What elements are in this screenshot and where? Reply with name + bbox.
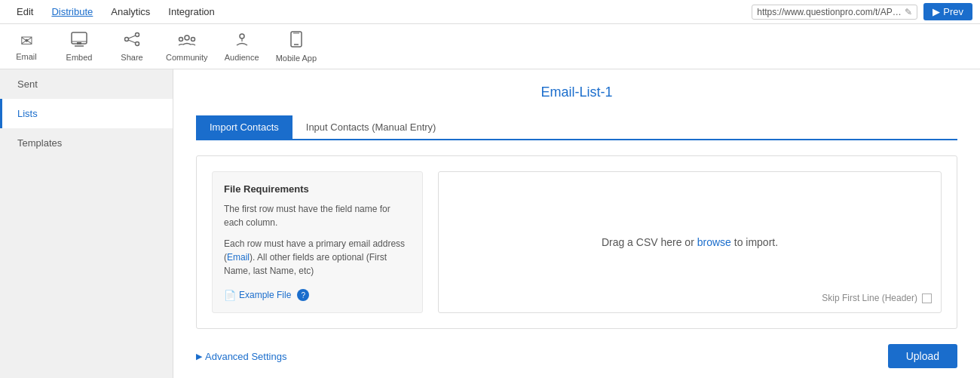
- toolbar: ✉ Email Embed Share: [0, 24, 980, 69]
- toolbar-audience[interactable]: Audience: [223, 32, 261, 62]
- toolbar-share[interactable]: Share: [113, 32, 151, 62]
- community-icon: [177, 32, 197, 51]
- svg-line-8: [128, 40, 136, 43]
- svg-line-7: [128, 35, 136, 38]
- toolbar-community[interactable]: Community: [166, 32, 208, 62]
- import-section: File Requirements The first row must hav…: [196, 155, 957, 329]
- example-file-link[interactable]: 📄 Example File: [224, 290, 291, 301]
- audience-icon: [234, 32, 250, 51]
- top-nav-right: https://www.questionpro.com/t/APEvHz ✎ ▶…: [752, 3, 972, 20]
- sidebar-item-sent[interactable]: Sent: [0, 69, 173, 99]
- embed-icon: [71, 32, 87, 51]
- toolbar-email[interactable]: ✉ Email: [8, 32, 45, 61]
- toolbar-mobile-app[interactable]: Mobile App: [276, 31, 317, 63]
- main-content: Email-List-1 Import Contacts Input Conta…: [173, 69, 980, 378]
- preview-button[interactable]: ▶ Prev: [923, 3, 972, 20]
- nav-edit[interactable]: Edit: [8, 0, 42, 24]
- svg-point-4: [136, 32, 139, 36]
- preview-play-icon: ▶: [933, 6, 940, 17]
- skip-first-line-row: Skip First Line (Header): [822, 293, 932, 303]
- file-requirements-panel: File Requirements The first row must hav…: [212, 171, 423, 313]
- file-req-line1: The first row must have the field name f…: [224, 202, 411, 229]
- sidebar-item-lists[interactable]: Lists: [0, 99, 173, 128]
- sidebar: Sent Lists Templates: [0, 69, 173, 378]
- example-file-row: 📄 Example File ?: [224, 289, 411, 301]
- svg-point-9: [185, 35, 189, 40]
- svg-point-12: [240, 34, 244, 38]
- tab-import-contacts[interactable]: Import Contacts: [196, 115, 292, 139]
- svg-point-10: [179, 37, 182, 41]
- svg-point-5: [125, 37, 129, 41]
- page-title: Email-List-1: [196, 85, 957, 100]
- url-bar: https://www.questionpro.com/t/APEvHz ✎: [752, 5, 917, 20]
- svg-rect-2: [77, 42, 81, 45]
- mobile-app-icon: [290, 31, 302, 51]
- url-text: https://www.questionpro.com/t/APEvHz: [757, 7, 902, 17]
- footer-row: ▶ Advanced Settings Upload: [196, 344, 957, 368]
- file-icon: 📄: [224, 290, 236, 301]
- browse-link[interactable]: browse: [697, 236, 731, 248]
- advanced-settings-toggle[interactable]: ▶ Advanced Settings: [196, 351, 286, 362]
- skip-first-line-checkbox[interactable]: [922, 293, 932, 303]
- help-icon[interactable]: ?: [297, 289, 309, 301]
- file-req-title: File Requirements: [224, 183, 411, 195]
- toolbar-embed[interactable]: Embed: [60, 32, 98, 62]
- svg-point-11: [191, 37, 194, 41]
- chevron-right-icon: ▶: [196, 352, 202, 361]
- email-icon: ✉: [20, 32, 33, 50]
- file-req-line2: Each row must have a primary email addre…: [224, 237, 411, 278]
- top-navigation: Edit Distribute Analytics Integration ht…: [0, 0, 980, 24]
- nav-distribute[interactable]: Distribute: [42, 0, 102, 24]
- edit-url-icon[interactable]: ✎: [905, 7, 912, 17]
- tab-manual-entry[interactable]: Input Contacts (Manual Entry): [292, 115, 450, 139]
- svg-rect-0: [72, 32, 87, 44]
- sidebar-item-templates[interactable]: Templates: [0, 128, 173, 158]
- drop-zone-text: Drag a CSV here or browse to import.: [602, 236, 778, 248]
- share-icon: [124, 32, 140, 51]
- upload-button[interactable]: Upload: [888, 344, 957, 368]
- tabs-bar: Import Contacts Input Contacts (Manual E…: [196, 115, 957, 140]
- nav-analytics[interactable]: Analytics: [102, 0, 159, 24]
- layout: Sent Lists Templates Email-List-1 Import…: [0, 69, 980, 378]
- drop-zone[interactable]: Drag a CSV here or browse to import. Ski…: [438, 171, 942, 313]
- nav-integration[interactable]: Integration: [159, 0, 223, 24]
- svg-point-6: [136, 41, 139, 45]
